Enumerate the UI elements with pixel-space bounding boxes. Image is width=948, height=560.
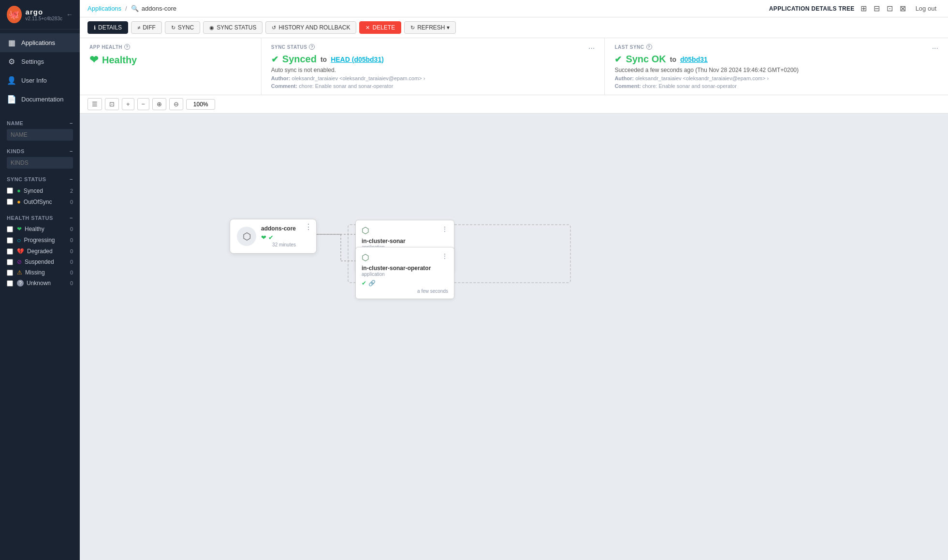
filter-health-degraded-checkbox[interactable] — [7, 248, 13, 255]
delete-label: DELETE — [372, 24, 395, 31]
sidebar-item-applications[interactable]: ▦ Applications — [0, 33, 80, 52]
child-node-1-menu-icon[interactable]: ⋮ — [441, 225, 448, 233]
sync-status-info-icon[interactable]: ? — [309, 44, 315, 50]
filter-sync-outofsync-label: ● OutOfSync — [17, 198, 66, 205]
filter-health-missing[interactable]: ⚠ Missing 0 — [7, 267, 73, 278]
sidebar-item-user-info[interactable]: 👤 User Info — [0, 71, 80, 90]
synced-label-text: Synced — [24, 187, 43, 194]
filter-sync-outofsync-checkbox[interactable] — [7, 199, 13, 205]
canvas-image-btn[interactable]: ⊡ — [105, 98, 119, 110]
child-node-2-health-icon: ✔ — [362, 280, 366, 287]
history-icon: ↺ — [272, 25, 276, 31]
canvas-add-btn[interactable]: + — [122, 98, 134, 110]
synced-dot-icon: ● — [17, 187, 21, 194]
sync-status-body: ✔ Synced to HEAD (d05bd31) Auto sync is … — [271, 54, 595, 89]
canvas-list-btn[interactable]: ☰ — [88, 98, 102, 110]
main-app-node-status-icons: ❤ ✔ — [261, 234, 296, 241]
app-health-info-icon[interactable]: ? — [124, 44, 130, 50]
filter-health-unknown[interactable]: ? Unknown 0 — [7, 278, 73, 288]
details-button[interactable]: ℹ DETAILS — [88, 21, 128, 34]
list-view-icon[interactable]: ⊡ — [885, 3, 895, 14]
canvas-zoom-out-btn[interactable]: ⊖ — [169, 98, 183, 110]
filter-sync-status-collapse-icon[interactable]: − — [70, 176, 73, 182]
logout-button[interactable]: Log out — [912, 4, 940, 13]
last-sync-info-icon[interactable]: ? — [646, 44, 652, 50]
filter-health-progressing[interactable]: ○ Progressing 0 — [7, 234, 73, 246]
delete-button[interactable]: ✕ DELETE — [359, 21, 401, 34]
diff-button[interactable]: ≠ DIFF — [131, 21, 162, 34]
child-node-2-menu-icon[interactable]: ⋮ — [441, 252, 448, 260]
filter-health-collapse-icon[interactable]: − — [70, 215, 73, 221]
filter-sync-outofsync[interactable]: ● OutOfSync 0 — [7, 196, 73, 207]
main-app-node: ⬡ addons-core ❤ ✔ 32 minutes ⋮ — [230, 219, 317, 254]
filter-health-degraded[interactable]: 💔 Degraded 0 — [7, 246, 73, 257]
filter-sync-status-section: SYNC STATUS − ● Synced 2 ● OutOfSync 0 — [0, 172, 80, 211]
app-health-header: APP HEALTH ? — [89, 44, 251, 50]
last-sync-text: Sync OK — [626, 54, 666, 65]
breadcrumb-parent[interactable]: Applications — [88, 5, 121, 12]
refresh-button[interactable]: ↻ REFRESH ▾ — [404, 21, 456, 34]
sync-comment: Comment: chore: Enable sonar and sonar-o… — [271, 83, 595, 89]
filter-health-suspended-checkbox[interactable] — [7, 259, 13, 265]
last-sync-check-icon: ✔ — [614, 54, 622, 65]
child-node-2-type: application — [362, 272, 448, 277]
filter-name-header: NAME − — [7, 120, 73, 126]
sync-status-button[interactable]: ◉ SYNC STATUS — [203, 21, 263, 34]
canvas-area: ☰ ⊡ + − ⊕ ⊖ — [80, 95, 948, 560]
table-view-icon[interactable]: ⊠ — [898, 3, 908, 14]
sidebar-item-documentation[interactable]: 📄 Documentation — [0, 90, 80, 109]
filter-name-collapse-icon[interactable]: − — [70, 120, 73, 126]
main-app-node-icon: ⬡ — [237, 227, 256, 246]
suspended-count: 0 — [70, 259, 73, 265]
argo-logo-icon: 🐙 — [7, 6, 22, 23]
status-area: APP HEALTH ? ❤ Healthy SYNC STATUS ? ··· — [80, 38, 948, 95]
details-label: DETAILS — [98, 24, 122, 31]
sync-button[interactable]: ↻ SYNC — [165, 21, 200, 34]
filter-health-suspended[interactable]: ⊘ Suspended 0 — [7, 257, 73, 267]
breadcrumb-current: addons-core — [142, 5, 176, 12]
degraded-label-text: Degraded — [27, 248, 53, 255]
sidebar-item-settings[interactable]: ⚙ Settings — [0, 52, 80, 71]
kinds-filter-input[interactable] — [7, 157, 73, 169]
filter-health-suspended-label: ⊘ Suspended — [17, 258, 66, 265]
diff-label: DIFF — [143, 24, 156, 31]
last-sync-value: ✔ Sync OK to d05bd31 — [614, 54, 938, 65]
sidebar-item-settings-label: Settings — [21, 58, 44, 65]
filter-sync-synced[interactable]: ● Synced 2 — [7, 185, 73, 196]
filter-health-status-label: HEALTH STATUS — [7, 215, 53, 221]
filter-kinds-collapse-icon[interactable]: − — [70, 148, 73, 154]
tree-view-icon[interactable]: ⊞ — [859, 3, 869, 14]
child-node-1-header: ⬡ ⋮ — [362, 225, 448, 236]
docs-icon: 📄 — [7, 95, 16, 104]
filter-health-missing-checkbox[interactable] — [7, 270, 13, 276]
sync-to-label: to — [321, 56, 327, 63]
filter-health-progressing-checkbox[interactable] — [7, 237, 13, 244]
app-health-text: Healthy — [102, 55, 137, 66]
grid-view-icon[interactable]: ⊟ — [872, 3, 882, 14]
name-filter-input[interactable] — [7, 129, 73, 141]
history-rollback-button[interactable]: ↺ HISTORY AND ROLLBACK — [265, 21, 356, 34]
child-node-2-statuses: ✔ 🔗 — [362, 280, 448, 287]
app-details-tree-label: APPLICATION DETAILS TREE — [769, 5, 855, 12]
filter-sync-synced-checkbox[interactable] — [7, 187, 13, 194]
filter-health-unknown-checkbox[interactable] — [7, 280, 13, 287]
filter-health-status-section: HEALTH STATUS − ❤ Healthy 0 ○ Progressin… — [0, 211, 80, 292]
sync-status-more-icon[interactable]: ··· — [588, 44, 595, 53]
filter-health-healthy[interactable]: ❤ Healthy 0 — [7, 224, 73, 234]
child-node-1-layers-icon: ⬡ — [362, 226, 369, 235]
main-node-menu-icon[interactable]: ⋮ — [305, 222, 312, 231]
canvas-zoom-fit-btn[interactable]: ⊕ — [152, 98, 166, 110]
graph-inner: ⬡ addons-core ❤ ✔ 32 minutes ⋮ — [80, 114, 948, 560]
filter-kinds-section: KINDS − — [0, 144, 80, 172]
filter-health-missing-label: ⚠ Missing — [17, 269, 66, 276]
refresh-icon: ↻ — [410, 25, 415, 31]
canvas-minus-btn[interactable]: − — [137, 98, 150, 110]
filter-health-healthy-checkbox[interactable] — [7, 226, 13, 232]
filter-health-progressing-label: ○ Progressing — [17, 236, 66, 244]
last-sync-commit-link[interactable]: d05bd31 — [680, 56, 708, 63]
last-sync-more-icon[interactable]: ··· — [932, 44, 938, 53]
canvas-zoom-input[interactable] — [186, 99, 215, 110]
sync-head-link[interactable]: HEAD (d05bd31) — [331, 56, 384, 63]
back-icon[interactable]: ← — [66, 11, 73, 18]
app-health-card: APP HEALTH ? ❤ Healthy — [80, 38, 262, 95]
